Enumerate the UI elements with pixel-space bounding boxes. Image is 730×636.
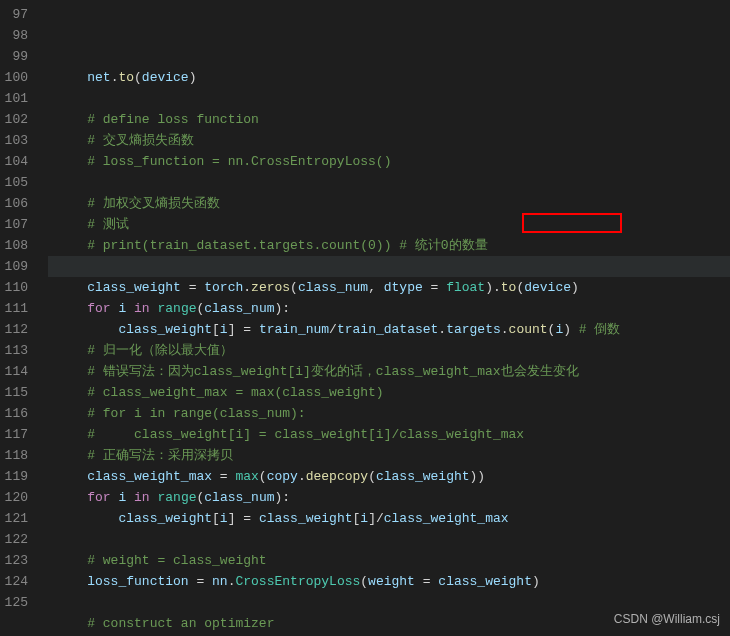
code-editor[interactable]: 9798991001011021031041051061071081091101… <box>0 0 730 636</box>
line-number: 123 <box>0 550 40 571</box>
line-number: 114 <box>0 361 40 382</box>
line-number: 105 <box>0 172 40 193</box>
line-number: 102 <box>0 109 40 130</box>
line-number: 122 <box>0 529 40 550</box>
code-line[interactable]: class_weight[i] = class_weight[i]/class_… <box>48 508 730 529</box>
code-line[interactable]: loss_function = nn.CrossEntropyLoss(weig… <box>48 571 730 592</box>
code-area[interactable]: net.to(device) # define loss function # … <box>48 0 730 636</box>
code-line[interactable]: # 归一化（除以最大值） <box>48 340 730 361</box>
line-number: 100 <box>0 67 40 88</box>
code-line[interactable] <box>48 529 730 550</box>
line-number: 121 <box>0 508 40 529</box>
line-number: 119 <box>0 466 40 487</box>
code-line[interactable]: # define loss function <box>48 109 730 130</box>
code-line[interactable]: net.to(device) <box>48 67 730 88</box>
line-number: 116 <box>0 403 40 424</box>
code-line[interactable]: for i in range(class_num): <box>48 487 730 508</box>
line-number: 125 <box>0 592 40 613</box>
code-line[interactable]: for i in range(class_num): <box>48 298 730 319</box>
line-gutter: 9798991001011021031041051061071081091101… <box>0 0 48 636</box>
line-number: 113 <box>0 340 40 361</box>
code-line[interactable]: # class_weight_max = max(class_weight) <box>48 382 730 403</box>
line-number: 99 <box>0 46 40 67</box>
line-number: 109 <box>0 256 40 277</box>
line-number: 106 <box>0 193 40 214</box>
code-line[interactable]: class_weight[i] = train_num/train_datase… <box>48 319 730 340</box>
code-line[interactable]: class_weight_max = max(copy.deepcopy(cla… <box>48 466 730 487</box>
line-number: 110 <box>0 277 40 298</box>
code-line[interactable]: # print(train_dataset.targets.count(0)) … <box>48 235 730 256</box>
code-line[interactable]: # 错误写法：因为class_weight[i]变化的话，class_weigh… <box>48 361 730 382</box>
line-number: 108 <box>0 235 40 256</box>
code-line[interactable]: # for i in range(class_num): <box>48 403 730 424</box>
code-line[interactable]: # 正确写法：采用深拷贝 <box>48 445 730 466</box>
line-number: 98 <box>0 25 40 46</box>
line-number: 124 <box>0 571 40 592</box>
code-line[interactable] <box>48 172 730 193</box>
code-line[interactable]: # weight = class_weight <box>48 550 730 571</box>
code-line[interactable]: class_weight = torch.zeros(class_num, dt… <box>48 277 730 298</box>
line-number: 107 <box>0 214 40 235</box>
line-number: 117 <box>0 424 40 445</box>
code-line[interactable]: # loss_function = nn.CrossEntropyLoss() <box>48 151 730 172</box>
code-line[interactable] <box>48 256 730 277</box>
code-line[interactable]: # 测试 <box>48 214 730 235</box>
line-number: 120 <box>0 487 40 508</box>
line-number: 112 <box>0 319 40 340</box>
code-line[interactable]: # class_weight[i] = class_weight[i]/clas… <box>48 424 730 445</box>
line-number: 97 <box>0 4 40 25</box>
code-line[interactable]: # 加权交叉熵损失函数 <box>48 193 730 214</box>
line-number: 118 <box>0 445 40 466</box>
line-number: 104 <box>0 151 40 172</box>
line-number: 103 <box>0 130 40 151</box>
code-line[interactable]: # 交叉熵损失函数 <box>48 130 730 151</box>
line-number: 111 <box>0 298 40 319</box>
line-number: 115 <box>0 382 40 403</box>
code-line[interactable] <box>48 88 730 109</box>
watermark: CSDN @William.csj <box>614 609 720 630</box>
line-number: 101 <box>0 88 40 109</box>
